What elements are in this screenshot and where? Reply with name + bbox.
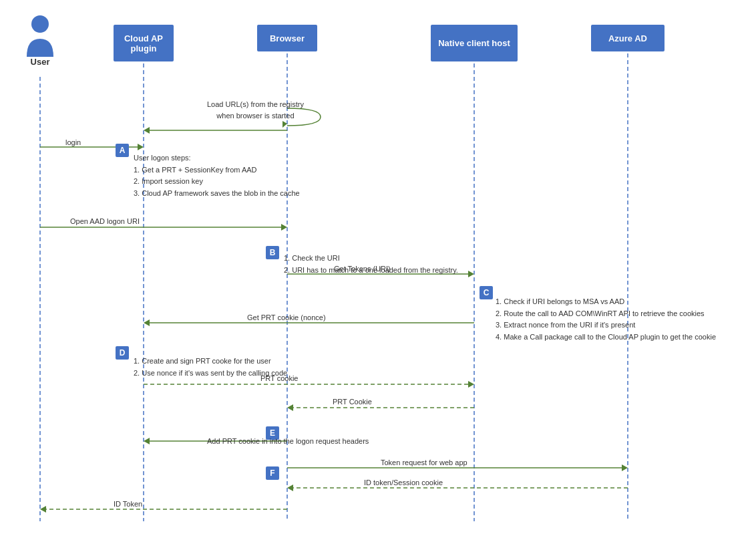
browser-actor: Browser <box>257 25 317 51</box>
svg-marker-25 <box>287 485 293 491</box>
svg-marker-13 <box>468 271 474 277</box>
step-F-badge: F <box>266 466 279 480</box>
step-D-badge: D <box>116 346 129 360</box>
prt-cookie-label: PRT cookie <box>260 374 298 382</box>
svg-marker-9 <box>144 127 150 134</box>
svg-marker-15 <box>144 319 150 326</box>
svg-marker-7 <box>138 144 144 150</box>
svg-marker-23 <box>622 464 628 471</box>
azuread-actor: Azure AD <box>591 25 665 51</box>
sequence-diagram: User Cloud AP plugin Browser Native clie… <box>0 0 756 544</box>
step-C-badge: C <box>480 286 493 299</box>
svg-marker-5 <box>282 121 287 128</box>
step-A-badge: A <box>116 144 129 157</box>
nativeclient-actor: Native client host <box>431 25 518 61</box>
svg-marker-11 <box>281 224 287 231</box>
prt-cookie-browser-label: PRT Cookie <box>333 398 372 406</box>
id-token-label: ID Token <box>114 500 142 508</box>
get-prt-cookie-label: Get PRT cookie (nonce) <box>247 313 326 321</box>
add-prt-note: Add PRT cookie in into the logon request… <box>207 436 369 447</box>
step-B-badge: B <box>266 246 279 259</box>
token-request-label: Token request for web app <box>381 458 467 466</box>
svg-marker-17 <box>468 381 474 388</box>
user-icon: User <box>23 13 57 67</box>
login-label: login <box>65 138 81 146</box>
logon-steps-note: User logon steps: 1. Get a PRT + Session… <box>134 152 300 199</box>
svg-marker-27 <box>40 506 46 513</box>
user-label: User <box>31 57 50 67</box>
cloudap-actor: Cloud AP plugin <box>114 25 174 61</box>
id-token-session-label: ID token/Session cookie <box>364 479 443 487</box>
svg-point-28 <box>31 15 49 33</box>
svg-marker-19 <box>287 404 293 411</box>
open-aad-label: Open AAD logon URI <box>70 217 140 225</box>
svg-marker-21 <box>144 438 150 444</box>
registry-load-label: Load URL(s) from the registrywhen browse… <box>207 99 304 121</box>
get-tokens-label: Get Tokens (URI) <box>334 265 391 273</box>
native-steps-note: 1. Check if URI belongs to MSA vs AAD 2.… <box>496 296 716 343</box>
